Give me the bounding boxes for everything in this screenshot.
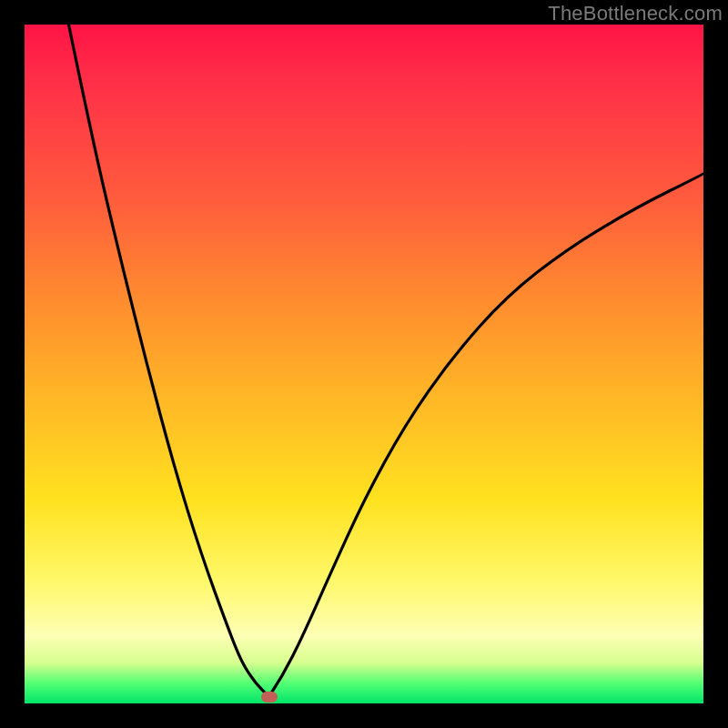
chart-frame: TheBottleneck.com	[0, 0, 728, 728]
bottleneck-curve	[25, 25, 703, 703]
watermark-text: TheBottleneck.com	[548, 2, 723, 25]
optimal-point-marker	[261, 692, 278, 703]
plot-area	[25, 25, 703, 703]
